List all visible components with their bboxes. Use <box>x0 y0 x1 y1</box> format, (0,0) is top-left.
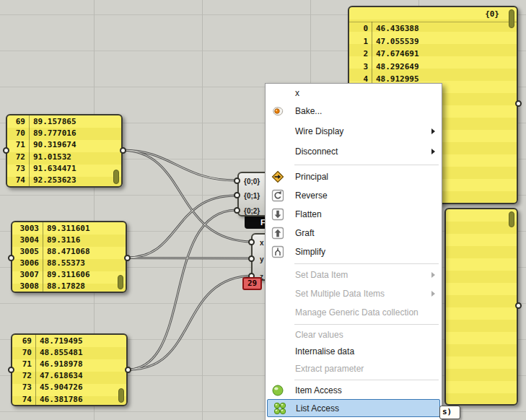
input-nub[interactable] <box>248 255 255 262</box>
panel-output-nub[interactable] <box>515 100 522 107</box>
menu-item-label: Bake... <box>295 106 322 116</box>
panel-output-nub[interactable] <box>124 255 131 261</box>
y-input-label: y <box>260 255 264 263</box>
panel-row: 348.292649 <box>349 61 517 74</box>
menu-item-set-multiple-data-items[interactable]: Set Multiple Data Items <box>266 284 442 303</box>
menu-item-label: Disconnect <box>295 146 338 157</box>
panel-row: 7391.634471 <box>7 162 121 174</box>
panel-row: 7345.904726 <box>12 382 126 393</box>
row-index: 3007 <box>12 270 43 279</box>
menu-item-set-data-item[interactable]: Set Data Item <box>266 266 442 284</box>
panel-row: 046.436388 <box>349 22 517 35</box>
panel-row: 247.674691 <box>349 48 517 61</box>
panel-scroll-grip[interactable] <box>118 388 124 403</box>
panel-input-nub[interactable] <box>8 255 14 261</box>
grasshopper-canvas[interactable]: {0;0} {0;1} {0;2} F x y z 29 6989.157865… <box>0 0 526 420</box>
row-value: 47.618634 <box>35 371 83 380</box>
panel-scroll-grip[interactable] <box>118 275 123 289</box>
menu-item-tree-access[interactable]: Tree Access <box>266 417 442 420</box>
menu-item-graft[interactable]: Graft <box>266 224 442 242</box>
menu-item-label: Graft <box>295 228 315 238</box>
bake-icon <box>271 105 284 118</box>
row-value: 45.904726 <box>35 382 83 392</box>
menu-item-label: Item Access <box>295 385 342 395</box>
tooltip-fragment: s) <box>439 406 460 419</box>
path-input-label: {0;2} <box>244 207 260 215</box>
menu-item-simplify[interactable]: Simplify <box>266 242 442 261</box>
panel-row: 147.055539 <box>349 35 517 48</box>
row-value: 92.253623 <box>29 175 76 185</box>
panel-input-nub[interactable] <box>3 147 9 154</box>
submenu-arrow-icon <box>431 128 435 134</box>
row-index: 3004 <box>12 235 43 245</box>
data-panel-top-left[interactable]: 6989.1578657089.7770167190.3196747291.01… <box>6 114 123 188</box>
menu-item-manage-generic-data-collection[interactable]: Manage Generic Data collection <box>266 303 442 322</box>
row-index: 3006 <box>12 258 43 268</box>
menu-item-extract-parameter[interactable]: Extract parameter <box>266 360 442 377</box>
row-value: 89.157865 <box>29 117 76 126</box>
input-nub[interactable] <box>234 207 240 214</box>
panel-output-nub[interactable] <box>120 147 126 154</box>
submenu-arrow-icon <box>431 291 435 297</box>
row-value: 46.918978 <box>35 359 83 369</box>
menu-item-label: List Access <box>296 403 339 414</box>
menu-item-clear-values[interactable]: Clear values <box>266 326 442 343</box>
menu-item-wire-display[interactable]: Wire Display <box>266 121 442 141</box>
row-index: 74 <box>12 395 35 404</box>
menu-item-reverse[interactable]: Reverse <box>266 186 442 205</box>
row-value: 91.634471 <box>29 164 76 173</box>
panel-scroll-grip[interactable] <box>509 9 514 28</box>
row-value: 47.055539 <box>372 37 419 46</box>
input-nub[interactable] <box>234 192 240 198</box>
panel-output-nub[interactable] <box>515 302 522 309</box>
menu-item-label: Clear values <box>295 330 343 340</box>
row-index: 1 <box>349 37 372 46</box>
item-access-icon <box>271 384 284 397</box>
panel-row: 300789.311606 <box>12 268 126 280</box>
row-index: 3005 <box>12 247 43 256</box>
menu-item-item-access[interactable]: Item Access <box>266 382 442 399</box>
row-value: 89.3116 <box>43 235 80 245</box>
data-panel-mid-left[interactable]: 300389.311601300489.3116300588.471068300… <box>11 221 127 293</box>
menu-item-bake[interactable]: Bake... <box>266 102 442 121</box>
menu-item-list-access[interactable]: List Access <box>267 399 440 417</box>
menu-item-flatten[interactable]: Flatten <box>266 205 442 224</box>
row-index: 72 <box>12 371 35 380</box>
menu-item-label: Simplify <box>295 247 325 257</box>
data-panel-bottom-right[interactable] <box>444 208 518 406</box>
row-index: 69 <box>12 336 35 346</box>
menu-item-label: Set Multiple Data Items <box>295 289 385 299</box>
flatten-icon <box>271 208 284 221</box>
row-index: 73 <box>12 382 35 392</box>
error-count-badge[interactable]: 29 <box>242 277 262 290</box>
panel-row: 300688.55373 <box>12 257 126 268</box>
row-value: 91.01532 <box>29 152 71 162</box>
row-value: 89.777016 <box>29 128 76 138</box>
menu-item-label: x <box>295 88 299 98</box>
row-index: 73 <box>7 164 29 173</box>
input-nub[interactable] <box>248 239 255 245</box>
panel-row: 7048.855481 <box>12 346 126 358</box>
input-nub[interactable] <box>234 178 240 184</box>
menu-item-disconnect[interactable]: Disconnect <box>266 141 442 162</box>
path-input-label: {0;1} <box>244 192 260 200</box>
panel-row: 7190.319674 <box>7 139 121 151</box>
menu-item-principal[interactable]: Principal <box>266 167 442 186</box>
row-value: 90.319674 <box>29 140 76 149</box>
row-index: 3 <box>349 62 372 71</box>
row-value: 48.855481 <box>35 348 83 357</box>
panel-row: 7089.777016 <box>7 127 121 139</box>
row-value: 89.311601 <box>43 224 90 233</box>
menu-item-internalise-data[interactable]: Internalise data <box>266 343 442 360</box>
graft-icon <box>271 227 284 240</box>
panel-scroll-grip[interactable] <box>113 170 119 184</box>
panel-row: 300489.3116 <box>12 234 126 245</box>
data-panel-bottom-left[interactable]: 6948.7194957048.8554817146.9189787247.61… <box>11 333 128 406</box>
row-index: 74 <box>7 175 29 185</box>
panel-scroll-grip[interactable] <box>509 211 514 227</box>
simplify-icon <box>271 245 284 258</box>
panel-output-nub[interactable] <box>125 367 131 373</box>
menu-separator <box>266 162 442 167</box>
panel-input-nub[interactable] <box>8 367 14 373</box>
submenu-arrow-icon <box>431 149 435 154</box>
